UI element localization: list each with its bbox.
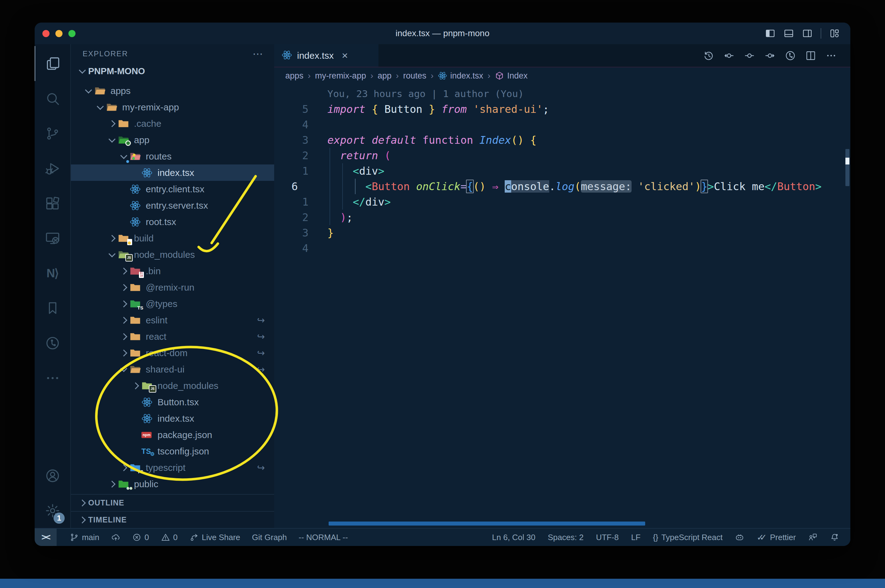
tree-item-public[interactable]: ☻☻public bbox=[71, 476, 274, 492]
activity-extensions[interactable] bbox=[35, 186, 70, 221]
tree-item-build[interactable]: build bbox=[71, 230, 274, 246]
activity-source-control[interactable] bbox=[35, 116, 70, 151]
activity-explorer[interactable] bbox=[35, 46, 71, 81]
tree-item--types[interactable]: TS@types bbox=[71, 296, 274, 312]
tree-item-routes[interactable]: routes bbox=[71, 148, 274, 165]
tree-item-node-modules[interactable]: JSnode_modules bbox=[71, 246, 274, 263]
symlink-icon: ↪ bbox=[257, 364, 265, 375]
vscode-window: index.tsx — pnpm-mono N⟩ 1 EXPLORER ⋯ PN… bbox=[35, 22, 850, 546]
prev-change-icon[interactable] bbox=[724, 50, 734, 61]
activity-remote-explorer[interactable] bbox=[35, 221, 70, 256]
tree-item-shared-ui[interactable]: shared-ui↪ bbox=[71, 361, 274, 378]
tree-item-entry-server-tsx[interactable]: entry.server.tsx bbox=[71, 197, 274, 214]
breadcrumb-apps[interactable]: apps bbox=[285, 71, 304, 81]
activity-search[interactable] bbox=[35, 81, 70, 116]
status-branch[interactable]: main bbox=[70, 529, 99, 546]
layout-sidebar-right-icon[interactable] bbox=[802, 28, 813, 39]
breadcrumb-my-remix-app[interactable]: my-remix-app bbox=[315, 71, 366, 81]
explorer-more-actions-button[interactable]: ⋯ bbox=[253, 52, 263, 56]
close-tab-icon[interactable]: × bbox=[342, 50, 348, 62]
tree-item--cache[interactable]: .cache bbox=[71, 115, 274, 132]
tree-item-app[interactable]: app bbox=[71, 132, 274, 148]
code-line[interactable]: 1 </div> bbox=[274, 194, 850, 210]
breadcrumb-app[interactable]: app bbox=[378, 71, 391, 81]
status-vim-mode[interactable]: -- NORMAL -- bbox=[299, 529, 348, 546]
activity-run-debug[interactable] bbox=[35, 151, 70, 186]
tree-item-react[interactable]: react↪ bbox=[71, 328, 274, 345]
history-icon[interactable] bbox=[703, 50, 714, 61]
activity-nx-console[interactable]: N⟩ bbox=[35, 256, 70, 291]
tree-item-button-tsx[interactable]: Button.tsx bbox=[71, 394, 274, 410]
status-feedback[interactable] bbox=[808, 529, 817, 546]
status-eol[interactable]: LF bbox=[631, 529, 641, 546]
status-remote[interactable]: >< bbox=[35, 529, 57, 546]
code-line[interactable]: 5import { Button } from 'shared-ui'; bbox=[274, 101, 850, 117]
code-line[interactable]: 3} bbox=[274, 225, 850, 240]
status-encoding[interactable]: UTF-8 bbox=[596, 529, 619, 546]
tree-item-eslint[interactable]: eslint↪ bbox=[71, 312, 274, 328]
tree-item-apps[interactable]: apps bbox=[71, 82, 274, 99]
breadcrumb-index[interactable]: Index bbox=[495, 71, 528, 81]
status-prettier[interactable]: ✓✓Prettier bbox=[757, 529, 796, 546]
breadcrumb-routes[interactable]: routes bbox=[403, 71, 426, 81]
code-editor[interactable]: You, 23 hours ago | 1 author (You)5impor… bbox=[274, 84, 850, 528]
status-errors[interactable]: 0 bbox=[132, 529, 149, 546]
status-copilot[interactable] bbox=[735, 529, 744, 546]
activity-bookmarks[interactable] bbox=[35, 291, 70, 326]
code-line[interactable]: 1 <div> bbox=[274, 163, 850, 179]
code-line[interactable]: 6 <Button onClick={() ⇒ console.log(mess… bbox=[274, 179, 850, 194]
tree-item-label: react bbox=[146, 332, 167, 342]
code-line[interactable]: 4 bbox=[274, 117, 850, 132]
layout-customize-icon[interactable] bbox=[829, 28, 840, 39]
gitlens-icon[interactable] bbox=[785, 50, 796, 61]
traffic-lights bbox=[42, 22, 75, 44]
tree-item-entry-client-tsx[interactable]: entry.client.tsx bbox=[71, 181, 274, 197]
code-line[interactable]: 2 ); bbox=[274, 210, 850, 225]
more-icon[interactable] bbox=[826, 50, 837, 61]
status-indentation[interactable]: Spaces: 2 bbox=[548, 529, 584, 546]
workspace-root-row[interactable]: PNPM-MONO bbox=[71, 63, 274, 79]
activity-settings[interactable]: 1 bbox=[35, 493, 70, 528]
horizontal-scrollbar[interactable] bbox=[329, 522, 645, 525]
tree-item-my-remix-app[interactable]: my-remix-app bbox=[71, 99, 274, 115]
status-sync[interactable] bbox=[111, 529, 120, 546]
section-timeline[interactable]: TIMELINE bbox=[71, 511, 274, 528]
tree-item-typescript[interactable]: TStypescript↪ bbox=[71, 459, 274, 476]
tree-item-node-modules[interactable]: JSnode_modules bbox=[71, 378, 274, 394]
layout-sidebar-left-icon[interactable] bbox=[765, 28, 775, 39]
tree-item--remix-run[interactable]: @remix-run bbox=[71, 279, 274, 296]
status-language-mode[interactable]: {}TypeScript React bbox=[653, 529, 722, 546]
status-notifications[interactable] bbox=[830, 529, 839, 546]
status-bar: ><main00Live ShareGit Graph-- NORMAL -- … bbox=[35, 528, 850, 546]
next-change-icon[interactable] bbox=[764, 50, 775, 61]
code-line[interactable]: 2 return ( bbox=[274, 148, 850, 163]
tree-item-root-tsx[interactable]: root.tsx bbox=[71, 214, 274, 230]
tree-item-index-tsx[interactable]: index.tsx bbox=[71, 165, 274, 181]
status-warnings[interactable]: 0 bbox=[161, 529, 178, 546]
gitlens-blame-line[interactable]: You, 23 hours ago | 1 author (You) bbox=[274, 86, 850, 101]
split-editor-icon[interactable] bbox=[805, 50, 816, 61]
zoom-window-button[interactable] bbox=[68, 30, 75, 37]
tree-item-package-json[interactable]: npmpackage.json bbox=[71, 427, 274, 443]
minimize-window-button[interactable] bbox=[56, 30, 63, 37]
status-cursor-position[interactable]: Ln 6, Col 30 bbox=[492, 529, 535, 546]
code-line[interactable]: 4 bbox=[274, 240, 850, 256]
tree-item-index-tsx[interactable]: index.tsx bbox=[71, 410, 274, 427]
tree-item--bin[interactable]: 0110.bin bbox=[71, 263, 274, 279]
activity-gitlens[interactable] bbox=[35, 326, 70, 360]
breadcrumb-index-tsx[interactable]: index.tsx bbox=[438, 71, 483, 81]
close-window-button[interactable] bbox=[42, 30, 50, 37]
folder-icon bbox=[129, 314, 143, 326]
status-live-share[interactable]: Live Share bbox=[190, 529, 240, 546]
tab-index-tsx[interactable]: index.tsx × bbox=[274, 44, 378, 67]
layout-panel-icon[interactable] bbox=[784, 28, 794, 39]
line-number: 5 bbox=[274, 103, 327, 115]
code-line[interactable]: 3export default function Index() { bbox=[274, 132, 850, 148]
section-outline[interactable]: OUTLINE bbox=[71, 494, 274, 511]
tree-item-react-dom[interactable]: react-dom↪ bbox=[71, 345, 274, 361]
activity-more[interactable] bbox=[35, 360, 70, 395]
tree-item-tsconfig-json[interactable]: TS⚙tsconfig.json bbox=[71, 443, 274, 459]
status-git-graph[interactable]: Git Graph bbox=[252, 529, 287, 546]
activity-account[interactable] bbox=[35, 458, 70, 493]
changes-icon[interactable] bbox=[744, 50, 755, 61]
